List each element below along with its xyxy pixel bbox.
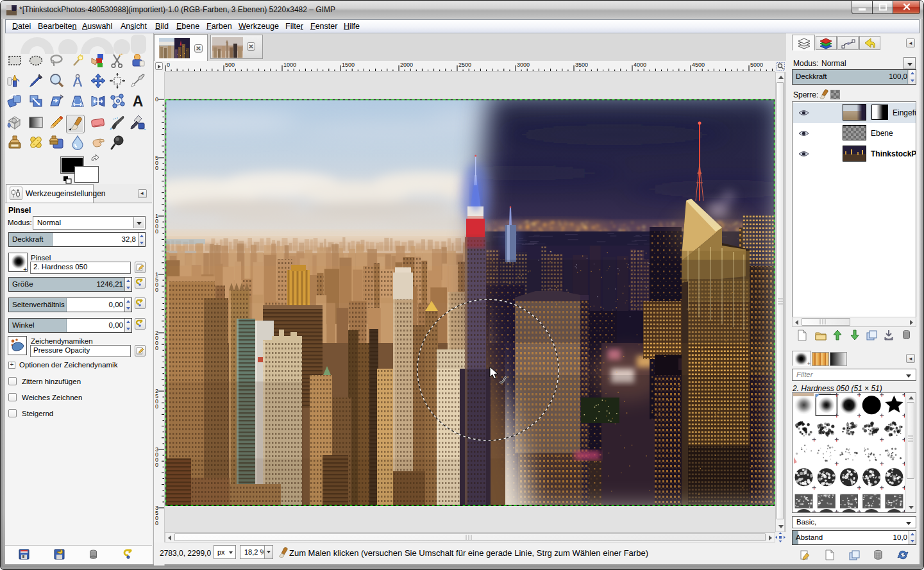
svg-text:0: 0 — [155, 165, 158, 171]
svg-text:A: A — [133, 93, 144, 110]
svg-text:500: 500 — [225, 62, 235, 68]
svg-text:3000: 3000 — [517, 62, 530, 68]
svg-text:0: 0 — [155, 96, 158, 103]
svg-text:0: 0 — [155, 287, 158, 293]
svg-text:4000: 4000 — [634, 62, 646, 68]
svg-text:1500: 1500 — [342, 62, 355, 68]
svg-text:0: 0 — [155, 403, 158, 410]
svg-text:0: 0 — [155, 520, 158, 526]
svg-text:5000: 5000 — [750, 62, 763, 68]
svg-text:0: 0 — [155, 462, 158, 468]
svg-text:0: 0 — [167, 62, 170, 68]
svg-text:1000: 1000 — [283, 62, 296, 68]
svg-text:2500: 2500 — [458, 62, 471, 68]
svg-text:0: 0 — [155, 345, 158, 351]
svg-text:4500: 4500 — [692, 62, 705, 68]
svg-text:3500: 3500 — [575, 62, 588, 68]
svg-text:0: 0 — [155, 228, 158, 235]
svg-text:2000: 2000 — [400, 62, 413, 68]
